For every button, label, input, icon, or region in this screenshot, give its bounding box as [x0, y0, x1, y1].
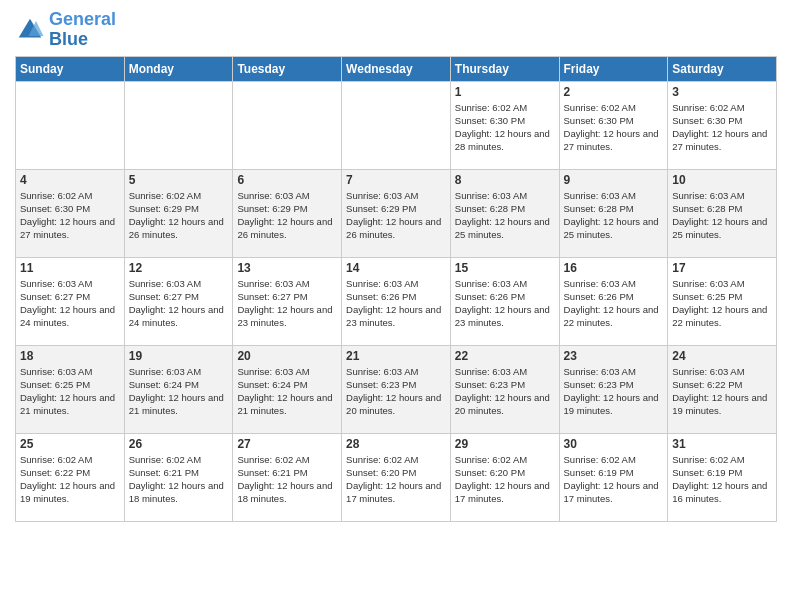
day-info: Sunrise: 6:03 AMSunset: 6:29 PMDaylight:… — [346, 189, 446, 242]
day-number: 14 — [346, 261, 446, 275]
day-number: 29 — [455, 437, 555, 451]
day-number: 16 — [564, 261, 664, 275]
day-info: Sunrise: 6:02 AMSunset: 6:21 PMDaylight:… — [237, 453, 337, 506]
col-header-monday: Monday — [124, 56, 233, 81]
calendar-cell: 26Sunrise: 6:02 AMSunset: 6:21 PMDayligh… — [124, 433, 233, 521]
day-info: Sunrise: 6:03 AMSunset: 6:23 PMDaylight:… — [455, 365, 555, 418]
logo-icon — [15, 15, 45, 45]
day-info: Sunrise: 6:02 AMSunset: 6:30 PMDaylight:… — [455, 101, 555, 154]
calendar-cell: 28Sunrise: 6:02 AMSunset: 6:20 PMDayligh… — [342, 433, 451, 521]
calendar-cell: 2Sunrise: 6:02 AMSunset: 6:30 PMDaylight… — [559, 81, 668, 169]
calendar-cell: 20Sunrise: 6:03 AMSunset: 6:24 PMDayligh… — [233, 345, 342, 433]
day-number: 20 — [237, 349, 337, 363]
calendar-cell: 31Sunrise: 6:02 AMSunset: 6:19 PMDayligh… — [668, 433, 777, 521]
day-number: 2 — [564, 85, 664, 99]
day-number: 23 — [564, 349, 664, 363]
day-info: Sunrise: 6:03 AMSunset: 6:29 PMDaylight:… — [237, 189, 337, 242]
calendar-cell: 29Sunrise: 6:02 AMSunset: 6:20 PMDayligh… — [450, 433, 559, 521]
calendar-cell: 16Sunrise: 6:03 AMSunset: 6:26 PMDayligh… — [559, 257, 668, 345]
day-number: 28 — [346, 437, 446, 451]
day-number: 1 — [455, 85, 555, 99]
day-number: 30 — [564, 437, 664, 451]
day-number: 18 — [20, 349, 120, 363]
calendar-cell — [233, 81, 342, 169]
calendar-cell: 13Sunrise: 6:03 AMSunset: 6:27 PMDayligh… — [233, 257, 342, 345]
calendar-cell: 3Sunrise: 6:02 AMSunset: 6:30 PMDaylight… — [668, 81, 777, 169]
day-info: Sunrise: 6:03 AMSunset: 6:25 PMDaylight:… — [20, 365, 120, 418]
day-info: Sunrise: 6:03 AMSunset: 6:26 PMDaylight:… — [455, 277, 555, 330]
day-number: 13 — [237, 261, 337, 275]
day-number: 19 — [129, 349, 229, 363]
day-info: Sunrise: 6:02 AMSunset: 6:20 PMDaylight:… — [455, 453, 555, 506]
calendar-cell: 4Sunrise: 6:02 AMSunset: 6:30 PMDaylight… — [16, 169, 125, 257]
col-header-saturday: Saturday — [668, 56, 777, 81]
day-number: 3 — [672, 85, 772, 99]
calendar-cell — [342, 81, 451, 169]
header: General Blue — [15, 10, 777, 50]
calendar-cell: 27Sunrise: 6:02 AMSunset: 6:21 PMDayligh… — [233, 433, 342, 521]
day-info: Sunrise: 6:02 AMSunset: 6:30 PMDaylight:… — [564, 101, 664, 154]
col-header-wednesday: Wednesday — [342, 56, 451, 81]
calendar-cell: 21Sunrise: 6:03 AMSunset: 6:23 PMDayligh… — [342, 345, 451, 433]
calendar-cell: 30Sunrise: 6:02 AMSunset: 6:19 PMDayligh… — [559, 433, 668, 521]
day-info: Sunrise: 6:03 AMSunset: 6:28 PMDaylight:… — [672, 189, 772, 242]
day-info: Sunrise: 6:03 AMSunset: 6:28 PMDaylight:… — [455, 189, 555, 242]
day-info: Sunrise: 6:02 AMSunset: 6:19 PMDaylight:… — [672, 453, 772, 506]
day-info: Sunrise: 6:02 AMSunset: 6:30 PMDaylight:… — [672, 101, 772, 154]
day-info: Sunrise: 6:03 AMSunset: 6:27 PMDaylight:… — [237, 277, 337, 330]
calendar-cell: 8Sunrise: 6:03 AMSunset: 6:28 PMDaylight… — [450, 169, 559, 257]
day-info: Sunrise: 6:02 AMSunset: 6:22 PMDaylight:… — [20, 453, 120, 506]
calendar-cell: 7Sunrise: 6:03 AMSunset: 6:29 PMDaylight… — [342, 169, 451, 257]
calendar-cell: 24Sunrise: 6:03 AMSunset: 6:22 PMDayligh… — [668, 345, 777, 433]
logo-text: General Blue — [49, 10, 116, 50]
day-info: Sunrise: 6:03 AMSunset: 6:24 PMDaylight:… — [237, 365, 337, 418]
calendar-cell: 14Sunrise: 6:03 AMSunset: 6:26 PMDayligh… — [342, 257, 451, 345]
col-header-thursday: Thursday — [450, 56, 559, 81]
day-info: Sunrise: 6:02 AMSunset: 6:19 PMDaylight:… — [564, 453, 664, 506]
col-header-tuesday: Tuesday — [233, 56, 342, 81]
calendar-cell: 19Sunrise: 6:03 AMSunset: 6:24 PMDayligh… — [124, 345, 233, 433]
day-info: Sunrise: 6:03 AMSunset: 6:23 PMDaylight:… — [564, 365, 664, 418]
day-number: 27 — [237, 437, 337, 451]
day-info: Sunrise: 6:03 AMSunset: 6:25 PMDaylight:… — [672, 277, 772, 330]
day-number: 26 — [129, 437, 229, 451]
day-info: Sunrise: 6:03 AMSunset: 6:24 PMDaylight:… — [129, 365, 229, 418]
calendar-cell — [16, 81, 125, 169]
calendar-cell: 17Sunrise: 6:03 AMSunset: 6:25 PMDayligh… — [668, 257, 777, 345]
calendar-cell: 1Sunrise: 6:02 AMSunset: 6:30 PMDaylight… — [450, 81, 559, 169]
day-number: 9 — [564, 173, 664, 187]
day-info: Sunrise: 6:03 AMSunset: 6:28 PMDaylight:… — [564, 189, 664, 242]
day-info: Sunrise: 6:03 AMSunset: 6:27 PMDaylight:… — [20, 277, 120, 330]
day-info: Sunrise: 6:02 AMSunset: 6:20 PMDaylight:… — [346, 453, 446, 506]
day-number: 6 — [237, 173, 337, 187]
col-header-friday: Friday — [559, 56, 668, 81]
calendar-cell: 5Sunrise: 6:02 AMSunset: 6:29 PMDaylight… — [124, 169, 233, 257]
page: General Blue SundayMondayTuesdayWednesda… — [0, 0, 792, 532]
day-info: Sunrise: 6:02 AMSunset: 6:29 PMDaylight:… — [129, 189, 229, 242]
day-info: Sunrise: 6:02 AMSunset: 6:30 PMDaylight:… — [20, 189, 120, 242]
calendar-cell: 9Sunrise: 6:03 AMSunset: 6:28 PMDaylight… — [559, 169, 668, 257]
day-info: Sunrise: 6:02 AMSunset: 6:21 PMDaylight:… — [129, 453, 229, 506]
calendar-cell: 10Sunrise: 6:03 AMSunset: 6:28 PMDayligh… — [668, 169, 777, 257]
day-number: 25 — [20, 437, 120, 451]
calendar-cell: 6Sunrise: 6:03 AMSunset: 6:29 PMDaylight… — [233, 169, 342, 257]
logo: General Blue — [15, 10, 116, 50]
day-number: 15 — [455, 261, 555, 275]
day-number: 17 — [672, 261, 772, 275]
calendar-cell — [124, 81, 233, 169]
day-number: 7 — [346, 173, 446, 187]
day-number: 10 — [672, 173, 772, 187]
calendar-table: SundayMondayTuesdayWednesdayThursdayFrid… — [15, 56, 777, 522]
calendar-cell: 25Sunrise: 6:02 AMSunset: 6:22 PMDayligh… — [16, 433, 125, 521]
day-number: 22 — [455, 349, 555, 363]
day-number: 12 — [129, 261, 229, 275]
day-number: 8 — [455, 173, 555, 187]
day-info: Sunrise: 6:03 AMSunset: 6:22 PMDaylight:… — [672, 365, 772, 418]
day-number: 11 — [20, 261, 120, 275]
calendar-cell: 15Sunrise: 6:03 AMSunset: 6:26 PMDayligh… — [450, 257, 559, 345]
day-number: 4 — [20, 173, 120, 187]
day-number: 24 — [672, 349, 772, 363]
calendar-cell: 22Sunrise: 6:03 AMSunset: 6:23 PMDayligh… — [450, 345, 559, 433]
day-info: Sunrise: 6:03 AMSunset: 6:26 PMDaylight:… — [346, 277, 446, 330]
col-header-sunday: Sunday — [16, 56, 125, 81]
